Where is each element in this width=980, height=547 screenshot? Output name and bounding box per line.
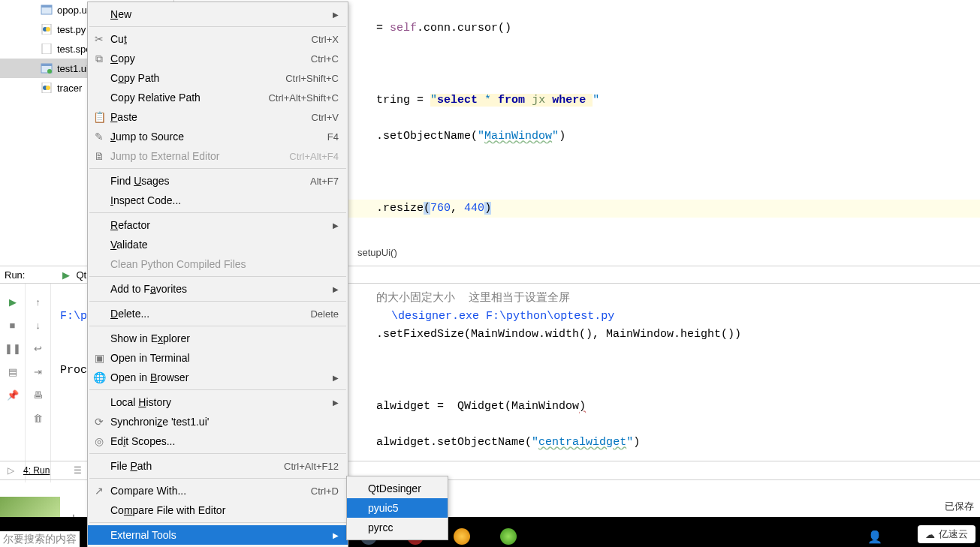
menu-item[interactable]: Show in Explorer	[88, 329, 348, 348]
wrap-icon[interactable]: ↩	[32, 342, 44, 354]
print-icon[interactable]: 🖶	[32, 389, 44, 401]
code-str: centralwidget	[538, 436, 626, 449]
rerun-icon[interactable]: ▶	[7, 296, 19, 308]
menu-item[interactable]: ✂CutCtrl+X	[88, 29, 348, 49]
run-play-icon: ▶	[62, 269, 70, 281]
save-status: 已保存	[943, 497, 975, 516]
run-gutter-right: ↑ ↓ ↩ ⇥ 🖶 🗑	[26, 284, 51, 482]
code-text: .setObjectName(	[376, 130, 478, 143]
external-tools-submenu: QtDesingerpyuic5pyrcc	[346, 476, 448, 540]
svg-rect-5	[42, 44, 51, 54]
breadcrumb[interactable]: setupUi()	[350, 243, 397, 261]
svg-point-11	[46, 86, 50, 90]
menu-item[interactable]: Inspect Code...	[88, 191, 348, 210]
code-text: .resize	[376, 202, 424, 215]
menu-item[interactable]: 📋PasteCtrl+V	[88, 107, 348, 127]
pin-icon[interactable]: 📌	[7, 389, 19, 401]
app-icon-3[interactable]	[454, 528, 470, 545]
ui-file-icon	[41, 5, 53, 15]
code-quote: "	[478, 130, 484, 143]
up-icon[interactable]: ↑	[32, 296, 44, 308]
layout-icon[interactable]: ▤	[7, 365, 19, 377]
code-quote: "	[552, 130, 559, 143]
submenu-item[interactable]: pyrcc	[347, 518, 448, 537]
code-text: ,	[451, 202, 464, 215]
run-tool-window-play-icon: ▷	[8, 465, 14, 476]
submenu-item[interactable]: QtDesinger	[347, 479, 448, 498]
menu-item[interactable]: ▣Open in Terminal	[88, 348, 348, 368]
code-text: )	[633, 436, 640, 449]
ui-file-icon	[41, 63, 53, 74]
menu-item[interactable]: ⟳Synchronize 'test1.ui'	[88, 412, 348, 431]
terminal-icon: ▣	[92, 351, 106, 365]
paste-icon: 📋	[92, 110, 106, 124]
pause-icon[interactable]: ❚❚	[7, 342, 19, 354]
menu-item: Clean Python Compiled Files	[88, 254, 348, 274]
file-icon	[41, 44, 53, 54]
code-text: .conn.cursor()	[417, 22, 511, 35]
svg-rect-1	[41, 5, 52, 8]
python-file-icon	[41, 24, 53, 35]
menu-item[interactable]: File PathCtrl+Alt+F12	[88, 456, 348, 476]
menu-item[interactable]: ↗Compare With...Ctrl+D	[88, 481, 348, 500]
run-tool-window-btn[interactable]: 4: Run	[19, 464, 54, 477]
menu-item[interactable]: External Tools▶	[88, 525, 348, 545]
menu-item[interactable]: Local History▶	[88, 392, 348, 412]
watermark-logo: ☁ 亿速云	[918, 525, 975, 543]
copy-icon: ⧉	[92, 52, 106, 65]
menu-item[interactable]: ✎Jump to SourceF4	[88, 127, 348, 146]
menu-item[interactable]: 🌐Open in Browser▶	[88, 368, 348, 387]
target-icon: ◎	[92, 434, 106, 448]
menu-item[interactable]: New▶	[88, 5, 348, 24]
menu-item[interactable]: ⧉CopyCtrl+C	[88, 49, 348, 68]
tray-user-icon[interactable]: 👤	[867, 530, 882, 544]
scroll-icon[interactable]: ⇥	[32, 365, 44, 377]
doc-icon: 🗎	[92, 149, 106, 163]
code-num: 440	[464, 202, 484, 215]
run-label: Run:	[5, 269, 25, 281]
menu-item[interactable]: Copy Relative PathCtrl+Alt+Shift+C	[88, 88, 348, 107]
structure-icon[interactable]: ☰	[74, 465, 82, 476]
code-str: MainWindow	[484, 130, 552, 143]
menu-item[interactable]: Refactor▶	[88, 215, 348, 235]
code-paren: )	[579, 400, 586, 413]
code-self: self	[390, 22, 417, 35]
compare-icon: ↗	[92, 484, 106, 497]
menu-item[interactable]: Add to Favorites▶	[88, 279, 348, 299]
cut-icon: ✂	[92, 32, 106, 46]
app-icon-4[interactable]	[500, 528, 517, 545]
menu-item[interactable]: Find UsagesAlt+F7	[88, 171, 348, 191]
menu-item[interactable]: Validate	[88, 235, 348, 254]
code-kw: from	[498, 94, 525, 107]
stop-icon[interactable]: ■	[7, 319, 19, 331]
code-kw: select	[437, 94, 478, 107]
code-quote: "	[626, 436, 633, 449]
tree-label: tracer	[57, 83, 82, 94]
code-paren: )	[484, 202, 491, 215]
down-icon[interactable]: ↓	[32, 319, 44, 331]
taskbar-search-hint[interactable]: 尔要搜索的内容	[0, 531, 80, 547]
menu-item[interactable]: Delete...Delete	[88, 304, 348, 323]
menu-item: 🗎Jump to External EditorCtrl+Alt+F4	[88, 146, 348, 166]
submenu-item[interactable]: pyuic5	[347, 498, 448, 518]
code-text: )	[559, 130, 565, 143]
tree-label: test.py	[57, 24, 86, 35]
menu-item[interactable]: Copy PathCtrl+Shift+C	[88, 68, 348, 88]
code-text	[586, 94, 593, 107]
watermark-text: 亿速云	[939, 527, 968, 541]
output-line: F:\p	[60, 310, 87, 323]
trash-icon[interactable]: 🗑	[32, 412, 44, 424]
tree-label: test1.ui	[57, 63, 89, 74]
menu-item[interactable]: ◎Edit Scopes...	[88, 431, 348, 451]
svg-point-8	[47, 69, 52, 74]
code-quote: "	[430, 94, 437, 107]
output-line: Proc	[60, 364, 87, 377]
code-kw: where	[552, 94, 586, 107]
output-line: \designer.exe F:\python\optest.py	[391, 310, 614, 323]
code-text: alwidget = QWidget(MainWindow	[376, 400, 579, 413]
breadcrumb-item: setupUi()	[357, 247, 397, 258]
globe-icon: 🌐	[92, 371, 106, 384]
run-gutter-left: ▶ ■ ❚❚ ▤ 📌	[0, 284, 26, 482]
code-text: tring =	[376, 94, 430, 107]
menu-item[interactable]: Compare File with Editor	[88, 500, 348, 520]
